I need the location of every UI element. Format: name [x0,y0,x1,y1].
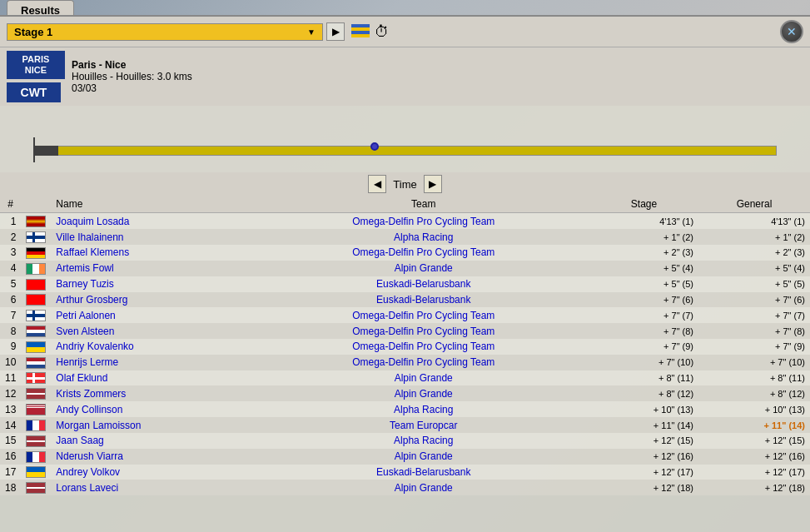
name-cell[interactable]: Krists Zommers [51,385,257,401]
table-header-row: # Name Team Stage General [0,196,810,213]
general-time-cell: + 7" (9) [698,339,810,355]
table-row[interactable]: 13 Andy Collinson Alpha Racing + 10" (13… [0,401,810,417]
team-cell[interactable]: Euskadi-Belarusbank [257,292,589,308]
globe-button[interactable]: ✕ [780,20,803,43]
rider-flag [26,231,46,243]
table-row[interactable]: 3 Raffael Klemens Omega-Delfin Pro Cycli… [0,245,810,261]
general-time-cell: + 12" (17) [698,465,810,480]
general-time-cell: + 12" (16) [698,449,810,465]
team-cell[interactable]: Omega-Delfin Pro Cycling Team [257,213,589,229]
name-cell[interactable]: Barney Tuzis [51,276,257,292]
name-header: Name [51,196,257,213]
name-cell[interactable]: Morgan Lamoisson [51,417,257,433]
time-prev-btn[interactable]: ◀ [368,175,386,193]
rider-flag [26,372,46,384]
general-time-cell: + 7" (7) [698,307,810,323]
race-detail: Houilles - Houilles: 3.0 kms [72,71,192,82]
flag-cell [21,370,51,386]
stage-time-cell: 4'13" (1) [589,213,698,229]
table-row[interactable]: 11 Olaf Eklund Alpin Grande + 8" (11) + … [0,370,810,386]
team-cell[interactable]: Omega-Delfin Pro Cycling Team [257,245,589,261]
name-cell[interactable]: Ville Ihalainenn [51,229,257,245]
stage-time-cell: + 7" (7) [589,307,698,323]
name-cell[interactable]: Jaan Saag [51,433,257,449]
team-cell[interactable]: Alpin Grande [257,370,589,386]
rider-flag [26,326,46,337]
name-cell[interactable]: Andy Collinson [51,401,257,417]
stage-time-cell: + 7" (10) [589,355,698,370]
flag-cell [21,480,51,495]
paris-text: PARIS [13,54,58,65]
name-cell[interactable]: Arthur Grosberg [51,292,257,308]
dropdown-arrow[interactable]: ▼ [307,27,316,37]
time-nav: ◀ Time ▶ [0,172,810,196]
team-cell[interactable]: Omega-Delfin Pro Cycling Team [257,323,589,339]
results-tbody: 1 Joaquim Losada Omega-Delfin Pro Cyclin… [0,213,810,495]
team-cell[interactable]: Team Europcar [257,417,589,433]
stage-time-cell: + 2" (3) [589,245,698,261]
time-next-btn[interactable]: ▶ [424,175,442,193]
table-row[interactable]: 14 Morgan Lamoisson Team Europcar + 11" … [0,417,810,433]
general-time-cell: + 10" (13) [698,401,810,417]
race-date: 03/03 [72,82,192,94]
table-row[interactable]: 5 Barney Tuzis Euskadi-Belarusbank + 5" … [0,276,810,292]
flag-cell [21,213,51,229]
name-cell[interactable]: Olaf Eklund [51,370,257,386]
flag-cell [21,229,51,245]
name-cell[interactable]: Artemis Fowl [51,261,257,276]
general-time-cell: + 2" (3) [698,245,810,261]
stage-next-btn[interactable]: ▶ [326,22,345,41]
table-row[interactable]: 15 Jaan Saag Alpha Racing + 12" (15) + 1… [0,433,810,449]
table-row[interactable]: 10 Henrijs Lerme Omega-Delfin Pro Cyclin… [0,355,810,370]
stopwatch-icon: ⏱ [373,22,391,41]
stage-selector[interactable]: Stage 1 ▼ [7,23,323,41]
name-cell[interactable]: Nderush Viarra [51,449,257,465]
rank-cell: 5 [0,276,21,292]
rank-cell: 13 [0,401,21,417]
name-cell[interactable]: Raffael Klemens [51,245,257,261]
team-cell[interactable]: Alpha Racing [257,229,589,245]
team-cell[interactable]: Alpin Grande [257,385,589,401]
team-cell[interactable]: Euskadi-Belarusbank [257,276,589,292]
rank-cell: 14 [0,417,21,433]
team-cell[interactable]: Euskadi-Belarusbank [257,465,589,480]
flag-cell [21,339,51,355]
chart-area [0,106,810,172]
table-row[interactable]: 7 Petri Aalonen Omega-Delfin Pro Cycling… [0,307,810,323]
name-cell[interactable]: Petri Aalonen [51,307,257,323]
team-cell[interactable]: Omega-Delfin Pro Cycling Team [257,307,589,323]
table-row[interactable]: 9 Andriy Kovalenko Omega-Delfin Pro Cycl… [0,339,810,355]
table-row[interactable]: 8 Sven Alsteen Omega-Delfin Pro Cycling … [0,323,810,339]
table-row[interactable]: 1 Joaquim Losada Omega-Delfin Pro Cyclin… [0,213,810,229]
team-cell[interactable]: Alpin Grande [257,480,589,495]
table-row[interactable]: 12 Krists Zommers Alpin Grande + 8" (12)… [0,385,810,401]
stage-time-cell: + 5" (5) [589,276,698,292]
name-cell[interactable]: Andrey Volkov [51,465,257,480]
stage-time-cell: + 12" (18) [589,480,698,495]
rider-flag [26,279,46,291]
name-cell[interactable]: Sven Alsteen [51,323,257,339]
table-row[interactable]: 2 Ville Ihalainenn Alpha Racing + 1" (2)… [0,229,810,245]
name-cell[interactable]: Joaquim Losada [51,213,257,229]
name-cell[interactable]: Henrijs Lerme [51,355,257,370]
team-cell[interactable]: Omega-Delfin Pro Cycling Team [257,339,589,355]
name-cell[interactable]: Lorans Laveci [51,480,257,495]
table-row[interactable]: 16 Nderush Viarra Alpin Grande + 12" (16… [0,449,810,465]
rider-flag [26,294,46,306]
general-time-cell: 4'13" (1) [698,213,810,229]
rank-cell: 1 [0,213,21,229]
results-table-container[interactable]: # Name Team Stage General 1 Joaquim Losa… [0,196,810,520]
table-row[interactable]: 18 Lorans Laveci Alpin Grande + 12" (18)… [0,480,810,495]
team-cell[interactable]: Alpin Grande [257,449,589,465]
table-row[interactable]: 17 Andrey Volkov Euskadi-Belarusbank + 1… [0,465,810,480]
flag-cell [21,385,51,401]
race-name: Paris - Nice [72,59,192,71]
table-row[interactable]: 4 Artemis Fowl Alpin Grande + 5" (4) + 5… [0,261,810,276]
general-time-cell: + 11" (14) [698,417,810,433]
team-cell[interactable]: Omega-Delfin Pro Cycling Team [257,355,589,370]
team-cell[interactable]: Alpha Racing [257,433,589,449]
team-cell[interactable]: Alpha Racing [257,401,589,417]
name-cell[interactable]: Andriy Kovalenko [51,339,257,355]
team-cell[interactable]: Alpin Grande [257,261,589,276]
table-row[interactable]: 6 Arthur Grosberg Euskadi-Belarusbank + … [0,292,810,308]
